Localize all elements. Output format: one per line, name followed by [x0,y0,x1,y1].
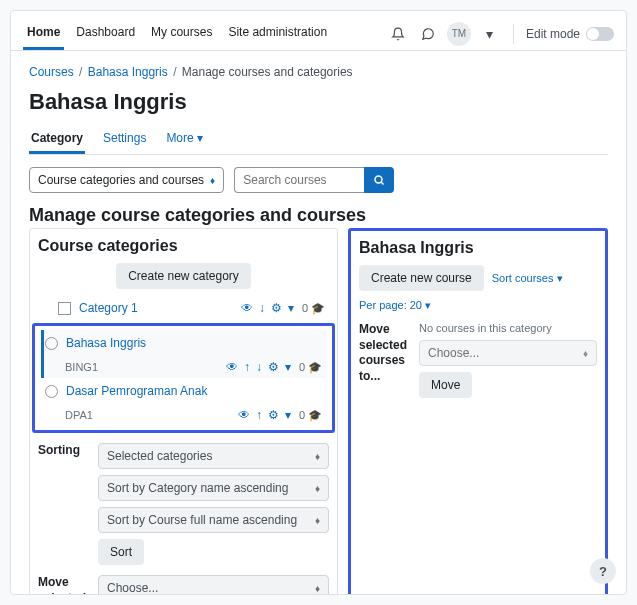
select-caret-icon: ♦ [583,348,588,359]
category-link[interactable]: Bahasa Inggris [66,336,322,350]
graduation-icon: 🎓 [311,302,325,315]
sort-courses-link[interactable]: Sort courses ▾ [492,272,563,285]
gear-icon[interactable]: ⚙ [268,360,279,374]
category-radio[interactable] [45,385,58,398]
search-button[interactable] [364,167,394,193]
graduation-icon: 🎓 [308,409,322,422]
sort-button[interactable]: Sort [98,539,144,565]
move-up-icon[interactable]: ↑ [244,360,250,374]
breadcrumb-item[interactable]: Bahasa Inggris [88,65,168,79]
per-page-link[interactable]: Per page: 20 ▾ [359,299,431,312]
nav-siteadmin[interactable]: Site administration [224,17,331,50]
two-column-layout: Course categories Create new category Ca… [29,228,608,595]
course-count: 0🎓 [299,409,322,422]
main-content: Courses / Bahasa Inggris / Manage course… [11,51,626,595]
eye-icon[interactable]: 👁 [241,301,253,315]
tab-settings[interactable]: Settings [101,125,148,154]
sort-by-course-select[interactable]: Sort by Course full name ascending♦ [98,507,329,533]
search-group [234,167,394,193]
select-caret-icon: ♦ [315,583,320,594]
eye-icon[interactable]: 👁 [226,360,238,374]
move-down-icon[interactable]: ↓ [259,301,265,315]
nav-mycourses[interactable]: My courses [147,17,216,50]
eye-icon[interactable]: 👁 [238,408,250,422]
chevron-down-icon[interactable]: ▾ [285,360,291,374]
chevron-down-icon[interactable]: ▾ [479,23,501,45]
sorting-label: Sorting [38,443,88,459]
row-actions: 👁 ↑ ↓ ⚙ ▾ [226,360,291,374]
course-count: 0🎓 [302,302,325,315]
category-row: Bahasa Inggris BING1 👁 ↑ ↓ ⚙ [41,330,326,378]
move-target-select[interactable]: Choose...♦ [98,575,329,595]
chevron-down-icon: ▾ [197,131,203,145]
nav-divider [513,24,514,44]
nav-dashboard[interactable]: Dashboard [72,17,139,50]
bell-icon[interactable] [387,23,409,45]
breadcrumb-item[interactable]: Courses [29,65,74,79]
create-course-button[interactable]: Create new course [359,265,484,291]
categories-panel-title: Course categories [38,237,329,255]
move-down-icon[interactable]: ↓ [256,360,262,374]
breadcrumb-sep: / [79,65,82,79]
edit-mode: Edit mode [526,27,614,41]
help-button[interactable]: ? [590,558,616,584]
highlighted-categories: Bahasa Inggris BING1 👁 ↑ ↓ ⚙ [32,323,335,433]
category-shortname: DPA1 [65,409,93,421]
select-caret-icon: ♦ [210,175,215,186]
graduation-icon: 🎓 [308,361,322,374]
section-title: Manage course categories and courses [29,205,608,226]
selection-indicator [41,330,44,378]
move-courses-form: Move selected courses to... No courses i… [359,322,597,398]
create-category-button[interactable]: Create new category [116,263,251,289]
app-frame: Home Dashboard My courses Site administr… [10,10,627,595]
chevron-down-icon: ▾ [425,299,431,311]
gear-icon[interactable]: ⚙ [268,408,279,422]
move-up-icon[interactable]: ↑ [256,408,262,422]
select-caret-icon: ♦ [315,451,320,462]
chevron-down-icon[interactable]: ▾ [285,408,291,422]
category-row: Dasar Pemrograman Anak DPA1 👁 ↑ ⚙ ▾ [41,378,326,426]
row-actions: 👁 ↑ ⚙ ▾ [238,408,291,422]
course-count: 0🎓 [299,361,322,374]
category-radio[interactable] [45,337,58,350]
avatar[interactable]: TM [447,22,471,46]
page-title: Bahasa Inggris [29,89,608,115]
breadcrumb-sep: / [173,65,176,79]
tab-more[interactable]: More ▾ [164,125,205,154]
move-categories-label: Move selected categories to [38,575,88,595]
move-courses-button[interactable]: Move [419,372,472,398]
move-courses-label: Move selected courses to... [359,322,409,384]
top-nav-left: Home Dashboard My courses Site administr… [23,17,331,50]
view-select[interactable]: Course categories and courses ♦ [29,167,224,193]
select-caret-icon: ♦ [315,515,320,526]
breadcrumb: Courses / Bahasa Inggris / Manage course… [29,65,608,79]
category-checkbox[interactable] [58,302,71,315]
courses-panel-actions: Create new course Sort courses ▾ Per pag… [359,265,597,312]
nav-home[interactable]: Home [23,17,64,50]
category-link[interactable]: Category 1 [79,301,233,315]
select-caret-icon: ♦ [315,483,320,494]
courses-panel: Bahasa Inggris Create new course Sort co… [348,228,608,595]
chevron-down-icon: ▾ [557,272,563,284]
tabs: Category Settings More ▾ [29,125,608,155]
category-link[interactable]: Dasar Pemrograman Anak [66,384,322,398]
sort-by-category-select[interactable]: Sort by Category name ascending♦ [98,475,329,501]
row-actions: 👁 ↓ ⚙ ▾ [241,301,294,315]
search-input[interactable] [234,167,364,193]
tab-category[interactable]: Category [29,125,85,154]
category-shortname: BING1 [65,361,98,373]
move-courses-target-select[interactable]: Choose...♦ [419,340,597,366]
move-categories-form: Move selected categories to Choose...♦ M… [38,575,329,595]
chevron-down-icon[interactable]: ▾ [288,301,294,315]
breadcrumb-current: Manage courses and categories [182,65,353,79]
sort-scope-select[interactable]: Selected categories♦ [98,443,329,469]
edit-mode-toggle[interactable] [586,27,614,41]
edit-mode-label: Edit mode [526,27,580,41]
categories-panel: Course categories Create new category Ca… [29,228,338,595]
gear-icon[interactable]: ⚙ [271,301,282,315]
view-select-label: Course categories and courses [38,173,204,187]
top-nav: Home Dashboard My courses Site administr… [11,11,626,51]
sorting-form: Sorting Selected categories♦ Sort by Cat… [38,443,329,565]
chat-icon[interactable] [417,23,439,45]
category-row: Category 1 👁 ↓ ⚙ ▾ 0🎓 [38,295,329,321]
